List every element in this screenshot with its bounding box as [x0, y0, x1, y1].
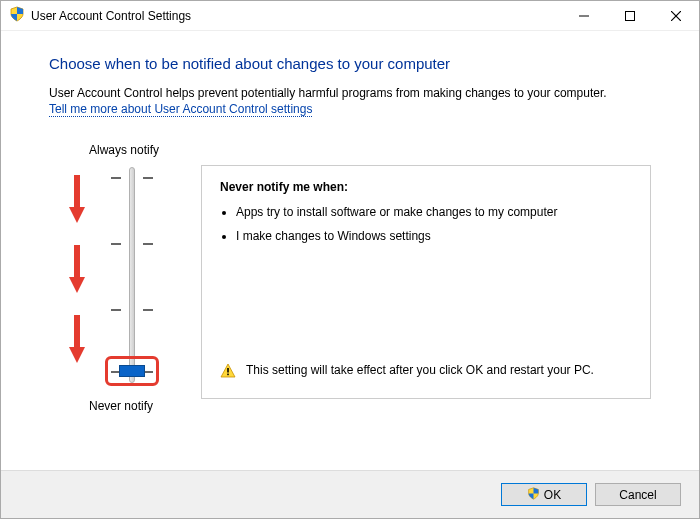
notify-description-panel: Never notify me when: Apps try to instal… — [201, 165, 651, 399]
ok-button[interactable]: OK — [501, 483, 587, 506]
svg-marker-9 — [69, 347, 85, 363]
learn-more-link[interactable]: Tell me more about User Account Control … — [49, 102, 312, 117]
content-area: Choose when to be notified about changes… — [1, 31, 699, 470]
slider-tick — [111, 243, 121, 245]
panel-bullet: I make changes to Windows settings — [236, 228, 632, 244]
ok-button-label: OK — [544, 488, 561, 502]
cancel-button-label: Cancel — [619, 488, 656, 502]
close-button[interactable] — [653, 1, 699, 30]
panel-title: Never notify me when: — [220, 180, 632, 194]
dialog-buttons: OK Cancel — [1, 470, 699, 518]
annotation-arrow-icon — [69, 243, 85, 298]
svg-marker-7 — [69, 277, 85, 293]
maximize-button[interactable] — [607, 1, 653, 30]
slider-track[interactable] — [129, 167, 135, 383]
svg-marker-5 — [69, 207, 85, 223]
page-description: User Account Control helps prevent poten… — [49, 86, 651, 100]
slider-top-label: Always notify — [89, 143, 159, 157]
slider-tick — [111, 309, 121, 311]
annotation-arrow-icon — [69, 173, 85, 228]
slider-tick — [143, 177, 153, 179]
window-controls — [561, 1, 699, 30]
uac-window: User Account Control Settings Choose whe… — [0, 0, 700, 519]
titlebar: User Account Control Settings — [1, 1, 699, 31]
panel-bullet-list: Apps try to install software or make cha… — [236, 204, 632, 244]
uac-shield-icon — [527, 487, 540, 503]
svg-rect-1 — [626, 11, 635, 20]
slider-tick — [143, 243, 153, 245]
panel-warning-text: This setting will take effect after you … — [246, 362, 594, 378]
annotation-highlight-box — [105, 356, 159, 386]
panel-bullet: Apps try to install software or make cha… — [236, 204, 632, 220]
window-title: User Account Control Settings — [31, 9, 561, 23]
slider-bottom-label: Never notify — [89, 399, 153, 413]
uac-shield-icon — [9, 6, 25, 25]
annotation-arrow-icon — [69, 313, 85, 368]
minimize-button[interactable] — [561, 1, 607, 30]
warning-icon — [220, 363, 236, 382]
page-heading: Choose when to be notified about changes… — [49, 55, 651, 72]
svg-rect-11 — [227, 368, 229, 373]
cancel-button[interactable]: Cancel — [595, 483, 681, 506]
panel-warning: This setting will take effect after you … — [220, 362, 632, 382]
slider-tick — [111, 177, 121, 179]
svg-rect-12 — [227, 374, 229, 376]
slider-tick — [143, 309, 153, 311]
